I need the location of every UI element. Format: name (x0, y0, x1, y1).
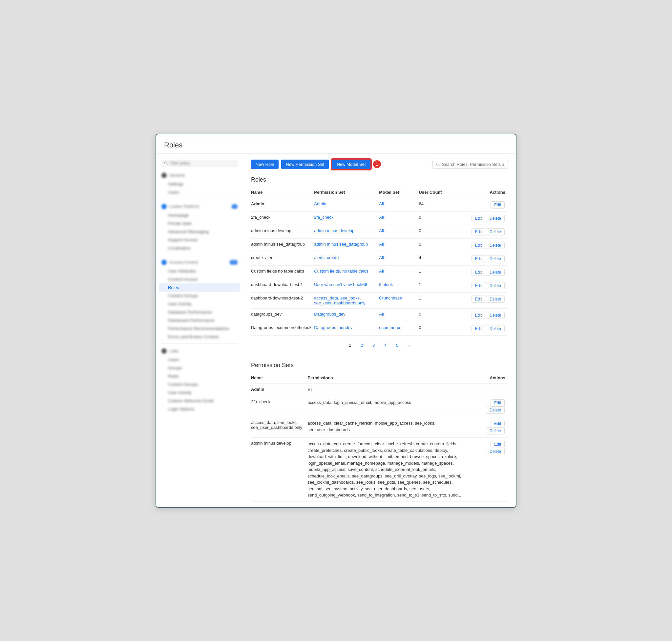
permission-set-link[interactable]: alerts_create (314, 255, 339, 260)
role-delete-button[interactable]: Delete (486, 228, 505, 235)
role-edit-button[interactable]: Edit (472, 269, 486, 276)
perm-delete-button[interactable]: Delete (486, 448, 505, 455)
model-set-link[interactable]: ecommerce (379, 325, 401, 330)
search-container[interactable] (433, 160, 508, 169)
col-header-user-count: User Count (419, 187, 453, 198)
role-delete-button[interactable]: Delete (486, 215, 505, 222)
role-edit-button[interactable]: Edit (472, 228, 486, 235)
sidebar-item-dashboard-performance[interactable]: Dashboard Performance (156, 316, 243, 325)
role-edit-button[interactable]: Edit (472, 242, 486, 249)
permission-set-link[interactable]: Datagroups_nondev (314, 325, 352, 330)
page-1-button[interactable]: 1 (346, 341, 355, 350)
role-model-set-cell: All (379, 212, 419, 225)
sidebar-section-access-header[interactable]: Access Control 11 (156, 258, 243, 267)
sidebar-item-database-performance[interactable]: Database Performance (156, 308, 243, 316)
role-edit-button[interactable]: Edit (472, 215, 486, 222)
role-delete-button[interactable]: Delete (486, 296, 505, 303)
sidebar-item-labs-user-activity[interactable]: User Activity (156, 388, 243, 397)
role-delete-button[interactable]: Delete (486, 282, 505, 289)
role-edit-button[interactable]: Edit (472, 282, 486, 289)
sidebar-item-content-access[interactable]: Content Access (156, 275, 243, 283)
role-edit-button[interactable]: Edit (491, 201, 505, 208)
page-3-button[interactable]: 3 (369, 341, 378, 350)
model-set-link[interactable]: Crunchbase (379, 296, 402, 300)
role-permission-set-cell: Datagroups_dev (314, 308, 379, 322)
role-delete-button[interactable]: Delete (486, 325, 505, 332)
sidebar-item-users[interactable]: Users (156, 188, 243, 196)
sidebar-item-support-access[interactable]: Support Access (156, 236, 243, 244)
sidebar-item-roles[interactable]: Roles (159, 283, 240, 291)
sidebar-item-advanced-messaging[interactable]: Advanced Messaging (156, 228, 243, 236)
sidebar-item-homepage[interactable]: Homepage (156, 211, 243, 219)
model-set-link[interactable]: All (379, 312, 383, 316)
perm-delete-button[interactable]: Delete (486, 407, 505, 414)
perm-delete-button[interactable]: Delete (486, 427, 505, 434)
model-set-link[interactable]: All (379, 201, 383, 206)
page-next-button[interactable]: › (405, 341, 414, 350)
role-model-set-cell: All (379, 308, 419, 322)
sidebar-section-platform-header[interactable]: Looker Platform 3 (156, 202, 243, 211)
sidebar-item-content-groups[interactable]: Content Groups (156, 291, 243, 300)
role-edit-button[interactable]: Edit (472, 312, 486, 319)
sidebar-item-errors-broken[interactable]: Errors and Broken Content (156, 333, 243, 341)
step-badge: 1 (373, 160, 381, 168)
page-2-button[interactable]: 2 (357, 341, 366, 350)
sidebar-search-container[interactable] (156, 158, 243, 170)
sidebar: General Settings Users Looker Platform 3… (156, 154, 243, 507)
sidebar-section-labs-header[interactable]: Labs (156, 346, 243, 356)
sidebar-item-user-attributes[interactable]: User Attributes (156, 267, 243, 275)
permission-set-link[interactable]: admin minus develop (314, 228, 354, 233)
sidebar-item-labs-groups[interactable]: Groups (156, 364, 243, 372)
model-set-link[interactable]: All (379, 255, 383, 260)
sidebar-item-localization[interactable]: Localization (156, 244, 243, 252)
role-edit-button[interactable]: Edit (472, 325, 486, 332)
sidebar-item-labs-roles[interactable]: Roles (156, 372, 243, 380)
perm-permissions-cell: All (307, 384, 466, 396)
new-permission-set-button[interactable]: New Permission Set (281, 160, 329, 169)
sidebar-item-perf-recommendations[interactable]: Performance Recommendations (156, 325, 243, 333)
perm-edit-button[interactable]: Edit (491, 420, 505, 427)
new-model-set-button[interactable]: New Model Set (332, 159, 371, 170)
role-model-set-cell: thelook (379, 279, 419, 292)
perm-permissions-cell: access_data, clear_cache_refresh, mobile… (307, 417, 466, 438)
permission-set-link[interactable]: access_data, see_looks, see_user_dashboa… (314, 296, 365, 305)
permission-set-link[interactable]: 2fa_check (314, 215, 333, 220)
model-set-link[interactable]: All (379, 242, 383, 247)
sidebar-item-labs-content-groups[interactable]: Content Groups (156, 380, 243, 388)
role-edit-button[interactable]: Edit (472, 296, 486, 303)
permission-set-link[interactable]: User who can't view LookML (314, 282, 368, 287)
sidebar-section-general-header[interactable]: General (156, 171, 243, 180)
permission-set-link[interactable]: Datagroups_dev (314, 312, 345, 316)
model-set-link[interactable]: thelook (379, 282, 393, 287)
permission-set-link[interactable]: admin minus see_datagroup (314, 242, 368, 247)
perm-edit-button[interactable]: Edit (491, 441, 505, 448)
col-header-name: Name (251, 187, 314, 198)
sidebar-item-settings[interactable]: Settings (156, 180, 243, 188)
model-set-link[interactable]: All (379, 228, 383, 233)
role-model-set-cell: ecommerce (379, 322, 419, 335)
model-set-link[interactable]: All (379, 269, 383, 274)
roles-table-row: admin minus developadmin minus developAl… (251, 225, 508, 238)
new-role-button[interactable]: New Role (251, 160, 279, 169)
perm-edit-button[interactable]: Edit (491, 399, 505, 407)
role-delete-button[interactable]: Delete (486, 312, 505, 319)
sidebar-search-input[interactable] (170, 161, 235, 165)
role-delete-button[interactable]: Delete (486, 255, 505, 262)
sidebar-item-labs-users[interactable]: Users (156, 356, 243, 364)
permission-set-link[interactable]: Custom fields, no table calcs (314, 269, 368, 274)
roles-table-row: create_alertalerts_createAll4EditDelete (251, 252, 508, 265)
search-input[interactable] (442, 162, 504, 167)
page-4-button[interactable]: 4 (381, 341, 390, 350)
page-5-button[interactable]: 5 (393, 341, 402, 350)
role-edit-button[interactable]: Edit (472, 255, 486, 262)
role-name-cell: dashboard-download-test-2 (251, 292, 314, 308)
sidebar-section-platform: Looker Platform 3 Homepage Private label… (156, 201, 243, 253)
sidebar-item-private-label[interactable]: Private label (156, 219, 243, 228)
role-delete-button[interactable]: Delete (486, 242, 505, 249)
permission-set-link[interactable]: Admin (314, 201, 326, 206)
sidebar-item-login-options[interactable]: Login Options (156, 405, 243, 413)
model-set-link[interactable]: All (379, 215, 383, 220)
role-delete-button[interactable]: Delete (486, 269, 505, 276)
sidebar-item-custom-welcome[interactable]: Custom Welcome Email (156, 397, 243, 405)
sidebar-item-user-activity[interactable]: User Activity (156, 300, 243, 308)
